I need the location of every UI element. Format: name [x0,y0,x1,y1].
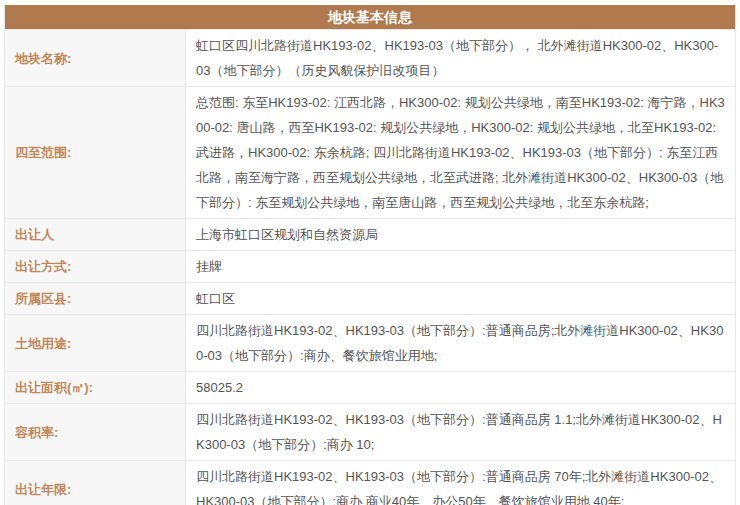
row-district: 所属区县: 虹口区 [5,282,735,314]
row-land-use: 土地用途: 四川北路街道HK193-02、HK193-03（地下部分）:普通商品… [5,314,735,371]
row-label: 土地用途: [5,315,186,371]
row-value: 四川北路街道HK193-02、HK193-03（地下部分）:普通商品房 70年;… [186,461,735,505]
row-parcel-name: 地块名称: 虹口区四川北路街道HK193-02、HK193-03（地下部分）， … [5,29,735,86]
row-value: 58025.2 [186,372,735,403]
parcel-info-table: 地块基本信息 地块名称: 虹口区四川北路街道HK193-02、HK193-03（… [4,5,736,505]
row-label: 出让年限: [5,461,186,505]
row-value: 上海市虹口区规划和自然资源局 [186,219,735,250]
row-label: 地块名称: [5,30,186,86]
row-value: 挂牌 [186,251,735,282]
row-value: 虹口区四川北路街道HK193-02、HK193-03（地下部分）， 北外滩街道H… [186,30,735,86]
row-label: 所属区县: [5,283,186,314]
row-label: 容积率: [5,404,186,460]
row-value: 四川北路街道HK193-02、HK193-03（地下部分）:普通商品房 1.1;… [186,404,735,460]
row-value: 虹口区 [186,283,735,314]
row-label: 出让面积(㎡): [5,372,186,403]
row-value: 四川北路街道HK193-02、HK193-03（地下部分）:普通商品房;北外滩街… [186,315,735,371]
row-transfer-area: 出让面积(㎡): 58025.2 [5,371,735,403]
row-transferor: 出让人 上海市虹口区规划和自然资源局 [5,218,735,250]
row-label: 出让人 [5,219,186,250]
row-value: 总范围: 东至HK193-02: 江西北路，HK300-02: 规划公共绿地，南… [186,87,735,218]
row-transfer-method: 出让方式: 挂牌 [5,250,735,282]
row-plot-ratio: 容积率: 四川北路街道HK193-02、HK193-03（地下部分）:普通商品房… [5,403,735,460]
row-transfer-term: 出让年限: 四川北路街道HK193-02、HK193-03（地下部分）:普通商品… [5,460,735,505]
table-title: 地块基本信息 [5,5,735,29]
row-boundaries: 四至范围: 总范围: 东至HK193-02: 江西北路，HK300-02: 规划… [5,86,735,218]
row-label: 出让方式: [5,251,186,282]
row-label: 四至范围: [5,87,186,218]
